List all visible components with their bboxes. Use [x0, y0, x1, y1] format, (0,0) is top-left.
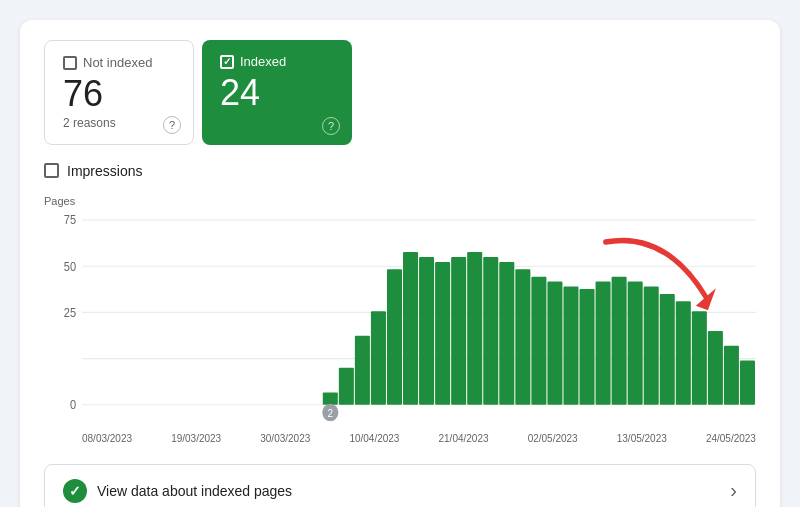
svg-rect-20 [499, 261, 514, 404]
svg-rect-22 [531, 276, 546, 404]
svg-rect-17 [451, 257, 466, 405]
not-indexed-checkbox[interactable] [63, 56, 77, 70]
svg-rect-16 [435, 261, 450, 404]
x-label-1: 08/03/2023 [82, 433, 132, 444]
indexed-checkbox[interactable] [220, 55, 234, 69]
svg-rect-33 [708, 330, 723, 404]
svg-rect-25 [580, 289, 595, 405]
bottom-link-text: View data about indexed pages [97, 483, 292, 499]
tiles-row: Not indexed 76 2 reasons ? Indexed 24 ? [44, 40, 756, 145]
not-indexed-count: 76 [63, 74, 175, 114]
svg-rect-34 [724, 345, 739, 404]
not-indexed-tile[interactable]: Not indexed 76 2 reasons ? [44, 40, 194, 145]
x-label-4: 10/04/2023 [349, 433, 399, 444]
svg-rect-29 [644, 286, 659, 404]
main-card: Not indexed 76 2 reasons ? Indexed 24 ? … [20, 20, 780, 507]
svg-text:25: 25 [64, 306, 76, 319]
not-indexed-subtitle: 2 reasons [63, 116, 175, 130]
indexed-label: Indexed [240, 54, 286, 69]
svg-rect-18 [467, 252, 482, 405]
svg-text:2: 2 [328, 406, 334, 419]
impressions-row[interactable]: Impressions [44, 163, 756, 179]
x-label-5: 21/04/2023 [439, 433, 489, 444]
view-indexed-link[interactable]: ✓ View data about indexed pages › [44, 464, 756, 507]
indexed-help[interactable]: ? [322, 117, 340, 135]
svg-rect-15 [419, 257, 434, 405]
green-check-icon: ✓ [63, 479, 87, 503]
svg-rect-19 [483, 257, 498, 405]
indexed-tile[interactable]: Indexed 24 ? [202, 40, 352, 145]
svg-rect-13 [387, 269, 402, 405]
bottom-link-left: ✓ View data about indexed pages [63, 479, 292, 503]
chart-svg: 75 50 25 0 2 [44, 209, 756, 429]
indexed-count: 24 [220, 73, 334, 113]
svg-rect-21 [515, 269, 530, 405]
svg-text:75: 75 [64, 214, 76, 227]
svg-rect-23 [547, 281, 562, 404]
x-label-6: 02/05/2023 [528, 433, 578, 444]
svg-rect-9 [323, 392, 338, 404]
svg-text:0: 0 [70, 398, 76, 411]
svg-text:50: 50 [64, 260, 76, 273]
chart-area: Pages 75 50 25 0 2 [44, 195, 756, 444]
y-axis-label: Pages [44, 195, 756, 207]
svg-rect-24 [563, 286, 578, 404]
chevron-right-icon: › [730, 479, 737, 502]
impressions-checkbox[interactable] [44, 163, 59, 178]
not-indexed-help[interactable]: ? [163, 116, 181, 134]
x-label-2: 19/03/2023 [171, 433, 221, 444]
impressions-label: Impressions [67, 163, 142, 179]
svg-rect-27 [612, 276, 627, 404]
svg-rect-11 [355, 335, 370, 404]
svg-rect-31 [676, 301, 691, 404]
x-axis-labels: 08/03/2023 19/03/2023 30/03/2023 10/04/2… [44, 429, 756, 444]
x-label-3: 30/03/2023 [260, 433, 310, 444]
svg-rect-28 [628, 281, 643, 404]
not-indexed-label: Not indexed [83, 55, 152, 70]
svg-rect-14 [403, 252, 418, 405]
chart-container: 75 50 25 0 2 [44, 209, 756, 429]
svg-rect-30 [660, 294, 675, 405]
svg-rect-10 [339, 367, 354, 404]
x-label-7: 13/05/2023 [617, 433, 667, 444]
svg-rect-12 [371, 311, 386, 405]
svg-rect-26 [596, 281, 611, 404]
x-label-8: 24/05/2023 [706, 433, 756, 444]
svg-rect-32 [692, 311, 707, 405]
svg-rect-35 [740, 360, 755, 404]
